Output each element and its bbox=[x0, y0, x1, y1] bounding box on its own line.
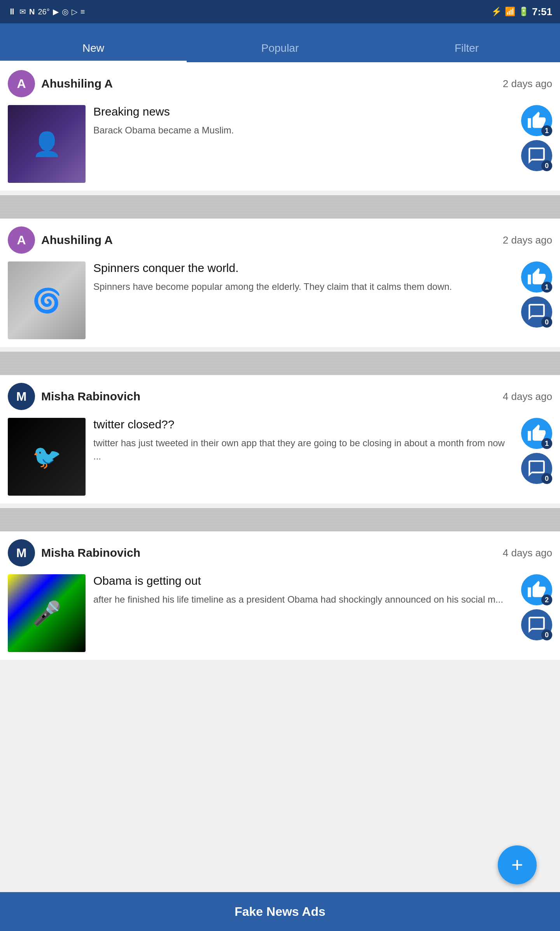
news-card-1: A Ahushiling A 2 days ago 👤 Breaking new… bbox=[0, 62, 560, 191]
time-ago-4: 4 days ago bbox=[503, 547, 552, 559]
article-content-1: 👤 Breaking news Barack Obama became a Mu… bbox=[8, 105, 552, 183]
article-body-3: twitter has just tweeted in their own ap… bbox=[93, 437, 507, 463]
time-ago-3: 4 days ago bbox=[503, 391, 552, 403]
spotify-icon: ◎ bbox=[62, 7, 68, 16]
article-image-4: 🎤 bbox=[8, 574, 86, 652]
status-bar-left: ⏸ ✉ N 26° ▶ ◎ ▷ ≡ bbox=[8, 7, 85, 17]
comment-button-2[interactable]: 0 bbox=[521, 296, 552, 328]
article-content-3: 🐦 twitter closed?? twitter has just twee… bbox=[8, 418, 552, 496]
tab-new[interactable]: New bbox=[0, 42, 187, 62]
author-row-2: A Ahushiling A 2 days ago bbox=[8, 226, 552, 254]
status-bar-right: ⚡ 📶 🔋 7:51 bbox=[491, 6, 552, 18]
article-title-4[interactable]: Obama is getting out bbox=[93, 574, 507, 587]
like-count-1: 1 bbox=[541, 125, 552, 136]
article-content-2: 🌀 Spinners conquer the world. Spinners h… bbox=[8, 261, 552, 339]
action-buttons-3: 1 0 bbox=[521, 418, 552, 484]
signal-icon: 📶 bbox=[505, 7, 515, 17]
separator-3 bbox=[0, 508, 560, 531]
article-title-1[interactable]: Breaking news bbox=[93, 105, 507, 118]
news-card-4: M Misha Rabinovich 4 days ago 🎤 Obama is… bbox=[0, 531, 560, 660]
article-image-1: 👤 bbox=[8, 105, 86, 183]
article-title-2[interactable]: Spinners conquer the world. bbox=[93, 261, 507, 275]
separator-2 bbox=[0, 352, 560, 375]
bluetooth-icon: ⚡ bbox=[491, 7, 502, 17]
author-name-3: Misha Rabinovich bbox=[41, 390, 140, 403]
status-bar: ⏸ ✉ N 26° ▶ ◎ ▷ ≡ ⚡ 📶 🔋 7:51 bbox=[0, 0, 560, 23]
action-buttons-4: 2 0 bbox=[521, 574, 552, 640]
like-button-3[interactable]: 1 bbox=[521, 418, 552, 449]
author-name-1: Ahushiling A bbox=[41, 77, 113, 90]
mail-icon: ✉ bbox=[19, 7, 26, 16]
avatar-3: M bbox=[8, 383, 35, 410]
news-card-2: A Ahushiling A 2 days ago 🌀 Spinners con… bbox=[0, 219, 560, 347]
article-image-3: 🐦 bbox=[8, 418, 86, 496]
article-body-1: Barack Obama became a Muslim. bbox=[93, 124, 507, 137]
time-display: 7:51 bbox=[532, 6, 552, 18]
playstore-icon: ▷ bbox=[72, 7, 77, 16]
comment-count-3: 0 bbox=[541, 473, 552, 484]
ad-bar: Fake News Ads bbox=[0, 892, 560, 931]
battery-icon: 🔋 bbox=[518, 7, 529, 17]
author-row-3: M Misha Rabinovich 4 days ago bbox=[8, 383, 552, 410]
article-title-3[interactable]: twitter closed?? bbox=[93, 418, 507, 431]
author-row-4: M Misha Rabinovich 4 days ago bbox=[8, 539, 552, 566]
like-count-3: 1 bbox=[541, 438, 552, 449]
like-button-2[interactable]: 1 bbox=[521, 261, 552, 293]
temp-icon: 26° bbox=[38, 7, 49, 16]
comment-button-1[interactable]: 0 bbox=[521, 140, 552, 171]
tab-filter[interactable]: Filter bbox=[373, 42, 560, 62]
avatar-4: M bbox=[8, 539, 35, 566]
comment-count-1: 0 bbox=[541, 160, 552, 171]
like-count-2: 1 bbox=[541, 282, 552, 293]
comment-count-4: 0 bbox=[541, 629, 552, 640]
time-ago-2: 2 days ago bbox=[503, 234, 552, 246]
comment-count-2: 0 bbox=[541, 317, 552, 328]
youtube-icon: ▶ bbox=[53, 7, 59, 16]
comment-button-4[interactable]: 0 bbox=[521, 609, 552, 640]
time-ago-1: 2 days ago bbox=[503, 78, 552, 90]
tab-bar: New Popular Filter bbox=[0, 23, 560, 62]
separator-1 bbox=[0, 195, 560, 219]
comment-button-3[interactable]: 0 bbox=[521, 453, 552, 484]
pause-icon: ⏸ bbox=[8, 7, 16, 17]
article-body-4: after he finished his life timeline as a… bbox=[93, 593, 507, 606]
action-buttons-1: 1 0 bbox=[521, 105, 552, 171]
news-feed: A Ahushiling A 2 days ago 👤 Breaking new… bbox=[0, 62, 560, 660]
author-row-1: A Ahushiling A 2 days ago bbox=[8, 70, 552, 97]
avatar-1: A bbox=[8, 70, 35, 97]
article-content-4: 🎤 Obama is getting out after he finished… bbox=[8, 574, 552, 652]
like-count-4: 2 bbox=[541, 594, 552, 605]
action-buttons-2: 1 0 bbox=[521, 261, 552, 328]
author-name-2: Ahushiling A bbox=[41, 233, 113, 247]
tab-popular[interactable]: Popular bbox=[187, 42, 373, 62]
author-name-4: Misha Rabinovich bbox=[41, 546, 140, 559]
article-image-2: 🌀 bbox=[8, 261, 86, 339]
n-icon: N bbox=[29, 7, 35, 16]
like-button-1[interactable]: 1 bbox=[521, 105, 552, 136]
fab-add-button[interactable]: + bbox=[498, 845, 537, 884]
news-card-3: M Misha Rabinovich 4 days ago 🐦 twitter … bbox=[0, 375, 560, 503]
article-body-2: Spinners have become popular among the e… bbox=[93, 280, 507, 293]
avatar-2: A bbox=[8, 226, 35, 254]
like-button-4[interactable]: 2 bbox=[521, 574, 552, 605]
notes-icon: ≡ bbox=[80, 7, 85, 16]
